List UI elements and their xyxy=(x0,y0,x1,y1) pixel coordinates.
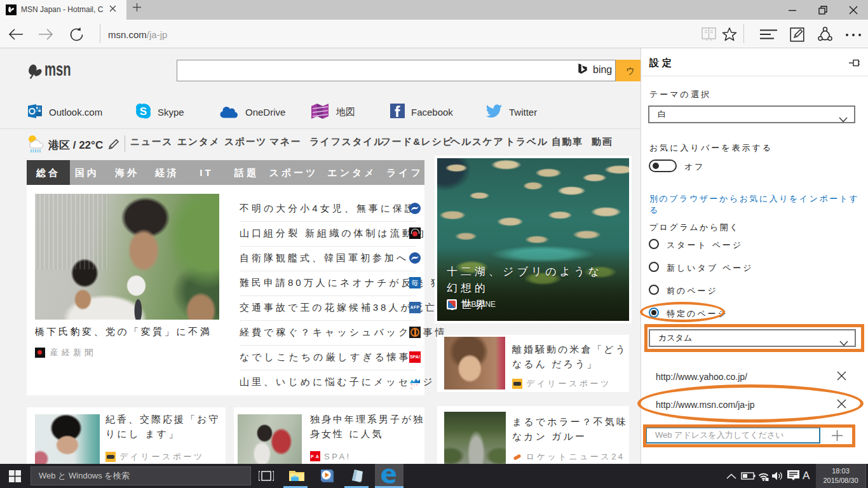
svg-text:S: S xyxy=(140,105,147,118)
